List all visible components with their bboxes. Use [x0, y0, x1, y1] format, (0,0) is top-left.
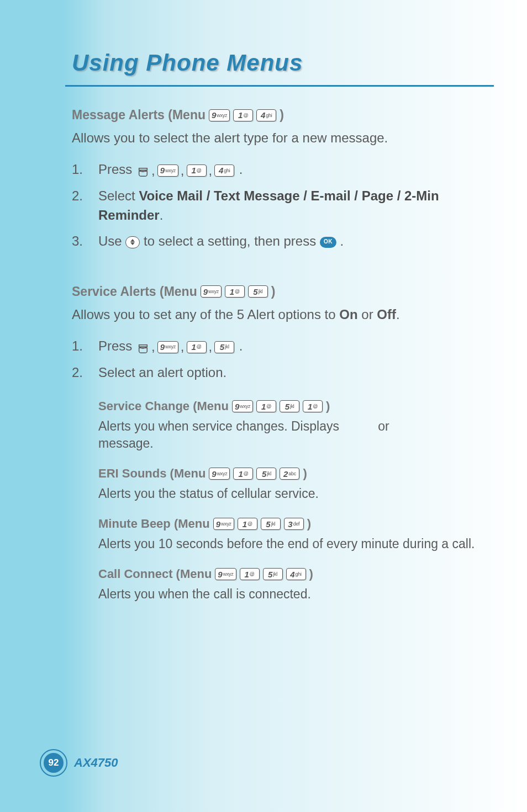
keypad-key-9wxyz: 9wxyz: [157, 164, 178, 177]
step-text-b: .: [160, 208, 164, 222]
step-suffix: .: [239, 162, 243, 177]
step-keys: , 9wxyz , 1@ , 5jkl: [136, 337, 235, 357]
on-text: On: [339, 307, 357, 322]
step-number: 1.: [72, 160, 98, 180]
minute-beep-heading: Minute Beep (Menu 9wxyz 1@ 5jkl 3def ): [98, 517, 494, 531]
step-number: 2.: [72, 187, 98, 225]
title-rule: [65, 85, 494, 87]
keypad-key-9wxyz: 9wxyz: [209, 109, 230, 121]
eri-sounds-block: ERI Sounds (Menu 9wxyz 1@ 5jkl 2abc ) Al…: [98, 466, 494, 502]
service-alerts-steps: 1. Press , 9wxyz , 1@ , 5jkl . 2. Select…: [72, 337, 494, 383]
eri-sounds-desc: Alerts you the status of cellular servic…: [98, 485, 494, 502]
call-connect-heading: Call Connect (Menu 9wxyz 1@ 5jkl 4ghi ): [98, 567, 494, 581]
step-number: 1.: [72, 337, 98, 357]
keypad-key-5jkl: 5jkl: [214, 341, 234, 353]
keypad-key-9wxyz: 9wxyz: [213, 518, 234, 530]
heading-text: Call Connect (Menu: [98, 567, 212, 581]
on-bold: On: [339, 307, 357, 322]
keypad-key-1@: 1@: [233, 109, 253, 121]
step-body: Select Voice Mail / Text Message / E-mai…: [98, 187, 494, 225]
step: 2. Select an alert option.: [72, 363, 494, 383]
heading-keys: 9wxyz 1@ 5jkl: [199, 285, 269, 298]
step-number: 2.: [72, 363, 98, 383]
heading-suffix: ): [303, 466, 307, 481]
heading-text: Minute Beep (Menu: [98, 517, 210, 531]
step-text-b: to select a setting, then press: [144, 233, 320, 248]
heading-keys: 9wxyz 1@ 5jkl 3def: [212, 518, 305, 530]
desc-a: Allows you to set any of the 5 Alert opt…: [72, 307, 339, 322]
heading-suffix: ): [307, 517, 311, 531]
page-number-badge: 92: [40, 749, 67, 777]
page-footer: 92 AX4750: [40, 749, 118, 777]
off-bold: Off: [377, 307, 396, 322]
keypad-key-1@: 1@: [256, 400, 276, 412]
keypad-key-1@: 1@: [233, 468, 253, 480]
service-change-heading: Service Change (Menu 9wxyz 1@ 5jkl 1@ ): [98, 399, 494, 413]
keypad-key-1@: 1@: [187, 164, 207, 177]
minute-beep-block: Minute Beep (Menu 9wxyz 1@ 5jkl 3def ) A…: [98, 517, 494, 553]
model-label: AX4750: [74, 756, 118, 770]
ok-icon: OK: [320, 237, 336, 248]
step: 1. Press , 9wxyz , 1@ , 4ghi .: [72, 160, 494, 180]
keypad-key-9wxyz: 9wxyz: [232, 400, 253, 412]
heading-keys: 9wxyz 1@ 5jkl 1@: [231, 400, 324, 412]
keypad-key-9wxyz: 9wxyz: [209, 468, 230, 480]
service-change-desc: Alerts you when service changes. Display…: [98, 418, 494, 452]
heading-text: Message Alerts (Menu: [72, 108, 205, 123]
keypad-key-3def: 3def: [284, 518, 304, 530]
step-bold: Voice Mail / Text Message / E-mail / Pag…: [98, 188, 439, 222]
heading-keys: 9wxyz 1@ 4ghi: [208, 109, 277, 121]
desc-b: .: [396, 307, 400, 322]
keypad-key-5jkl: 5jkl: [256, 468, 276, 480]
step-keys: , 9wxyz , 1@ , 4ghi: [136, 161, 235, 181]
keypad-key-9wxyz: 9wxyz: [201, 285, 222, 298]
step: 1. Press , 9wxyz , 1@ , 5jkl .: [72, 337, 494, 357]
message-alerts-steps: 1. Press , 9wxyz , 1@ , 4ghi . 2. Select…: [72, 160, 494, 251]
page-content: Using Phone Menus Message Alerts (Menu 9…: [0, 0, 527, 603]
step-prefix: Press: [98, 338, 136, 353]
step-number: 3.: [72, 232, 98, 251]
step-bold-text: Voice Mail / Text Message / E-mail / Pag…: [98, 188, 439, 222]
step: 2. Select Voice Mail / Text Message / E-…: [72, 187, 494, 225]
message-alerts-desc: Allows you to select the alert type for …: [72, 129, 494, 147]
step-text: Select: [98, 188, 139, 203]
keypad-key-4ghi: 4ghi: [256, 109, 276, 121]
heading-text: Service Change (Menu: [98, 399, 229, 413]
heading-keys: 9wxyz 1@ 5jkl 4ghi: [214, 568, 307, 580]
heading-text: ERI Sounds (Menu: [98, 466, 205, 481]
step: 3. Use to select a setting, then press O…: [72, 232, 494, 251]
heading-suffix: ): [280, 108, 284, 123]
message-alerts-heading: Message Alerts (Menu 9wxyz 1@ 4ghi ): [72, 108, 494, 123]
service-alerts-heading: Service Alerts (Menu 9wxyz 1@ 5jkl ): [72, 284, 494, 299]
keypad-key-1@: 1@: [240, 568, 260, 580]
keypad-key-2abc: 2abc: [280, 468, 299, 480]
heading-text: Service Alerts (Menu: [72, 284, 197, 299]
step-prefix: Press: [98, 162, 136, 177]
step-body: Press , 9wxyz , 1@ , 4ghi .: [98, 160, 494, 180]
step-suffix: .: [239, 338, 243, 353]
heading-suffix: ): [271, 284, 276, 299]
service-change-block: Service Change (Menu 9wxyz 1@ 5jkl 1@ ) …: [98, 399, 494, 452]
keypad-key-9wxyz: 9wxyz: [157, 341, 178, 353]
service-alerts-desc: Allows you to set any of the 5 Alert opt…: [72, 306, 494, 323]
keypad-key-5jkl: 5jkl: [248, 285, 268, 298]
heading-suffix: ): [326, 399, 330, 413]
or-text: or: [358, 307, 377, 322]
step-body: Use to select a setting, then press OK .: [98, 232, 494, 251]
keypad-key-1@: 1@: [238, 518, 257, 530]
call-connect-block: Call Connect (Menu 9wxyz 1@ 5jkl 4ghi ) …: [98, 567, 494, 603]
keypad-key-4ghi: 4ghi: [286, 568, 306, 580]
keypad-key-5jkl: 5jkl: [280, 400, 299, 412]
minute-beep-desc: Alerts you 10 seconds before the end of …: [98, 535, 494, 553]
chapter-title: Using Phone Menus: [72, 50, 494, 76]
step-text-a: Use: [98, 233, 125, 248]
keypad-key-1@: 1@: [303, 400, 323, 412]
off-text: Off: [377, 307, 396, 322]
keypad-key-1@: 1@: [225, 285, 245, 298]
nav-icon: [125, 236, 140, 248]
keypad-key-4ghi: 4ghi: [214, 164, 234, 177]
menu-icon: [137, 164, 149, 177]
keypad-key-5jkl: 5jkl: [263, 568, 283, 580]
page-number: 92: [44, 753, 64, 773]
menu-icon: [137, 341, 149, 353]
